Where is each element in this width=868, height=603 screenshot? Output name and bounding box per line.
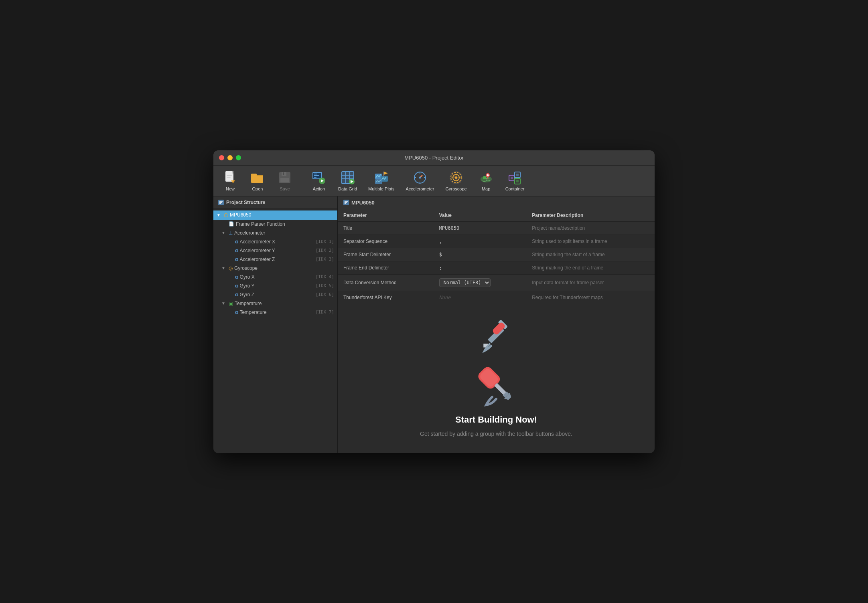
svg-rect-12 bbox=[280, 178, 289, 182]
conversion-select-wrapper: Normal (UTF8) Hex Base64 bbox=[439, 278, 491, 287]
screwdriver-tool-icon bbox=[472, 361, 520, 409]
param-cell: Data Conversion Method bbox=[338, 274, 434, 291]
action-button[interactable]: Action bbox=[306, 168, 332, 194]
alpha-icon: α bbox=[235, 292, 238, 297]
svg-rect-15 bbox=[314, 174, 317, 174]
accel-icon: ⊥ bbox=[229, 230, 233, 236]
cta-section: Start Building Now! Get started by addin… bbox=[338, 303, 655, 453]
table-row: Frame End Delimeter ; String marking the… bbox=[338, 261, 655, 274]
col-header-param: Parameter bbox=[338, 209, 434, 222]
new-button[interactable]: New bbox=[217, 168, 243, 194]
idx-badge: [IDX 3] bbox=[316, 257, 334, 262]
toolbar: New Open bbox=[213, 166, 655, 196]
param-cell: Frame End Delimeter bbox=[338, 261, 434, 274]
cta-subtitle: Get started by adding a group with the t… bbox=[420, 431, 572, 437]
idx-badge: [IDX 1] bbox=[316, 239, 334, 244]
svg-point-50 bbox=[483, 176, 486, 179]
minimize-button[interactable] bbox=[227, 155, 233, 160]
save-button[interactable]: Save bbox=[272, 168, 298, 194]
svg-rect-8 bbox=[251, 176, 263, 183]
tree-item-label: MPU6050 bbox=[230, 212, 251, 218]
desc-cell: String used to split items in a frame bbox=[526, 235, 655, 248]
idx-badge: [IDX 2] bbox=[316, 248, 334, 253]
chevron-down-icon: ▼ bbox=[221, 301, 227, 306]
tree-item-mpu6050[interactable]: ▼ ⬡ MPU6050 bbox=[213, 210, 337, 220]
open-button[interactable]: Open bbox=[245, 168, 270, 194]
param-cell: Thunderforest API Key bbox=[338, 291, 434, 303]
accelerometer-label: Accelerometer bbox=[406, 186, 434, 191]
save-icon bbox=[278, 170, 292, 185]
map-button[interactable]: Map bbox=[473, 168, 499, 194]
sidebar-header: Project Structure bbox=[213, 196, 337, 209]
tree-item-gyroscope[interactable]: ▼ ◎ Gyroscope bbox=[213, 264, 337, 273]
tree-item-accel-x[interactable]: α Accelerometer X [IDX 1] bbox=[213, 237, 337, 246]
close-button[interactable] bbox=[219, 155, 224, 160]
tree-item-label: Frame Parser Function bbox=[236, 221, 285, 227]
svg-rect-54 bbox=[516, 174, 519, 176]
data-grid-icon bbox=[341, 170, 355, 185]
data-grid-label: Data Grid bbox=[338, 186, 357, 191]
multiple-plots-icon bbox=[374, 170, 389, 185]
idx-badge: [IDX 5] bbox=[316, 283, 334, 288]
maximize-button[interactable] bbox=[236, 155, 241, 160]
window-title: MPU6050 - Project Editor bbox=[404, 155, 463, 161]
tree-item-label: Gyro Z bbox=[239, 292, 254, 297]
conversion-select[interactable]: Normal (UTF8) Hex Base64 bbox=[439, 278, 491, 287]
value-cell[interactable]: , bbox=[434, 235, 527, 248]
tree-item-accelerometer[interactable]: ▼ ⊥ Accelerometer bbox=[213, 229, 337, 237]
gyroscope-button[interactable]: Gyroscope bbox=[440, 168, 471, 194]
tree-item-gyro-y[interactable]: α Gyro Y [IDX 5] bbox=[213, 281, 337, 290]
map-label: Map bbox=[482, 186, 490, 191]
tree-item-accel-z[interactable]: α Accelerometer Z [IDX 3] bbox=[213, 255, 337, 264]
idx-badge: [IDX 7] bbox=[316, 310, 334, 315]
svg-rect-3 bbox=[227, 175, 232, 176]
content-title: MPU6050 bbox=[351, 200, 375, 206]
titlebar: MPU6050 - Project Editor bbox=[213, 150, 655, 166]
multiple-plots-button[interactable]: Multiple Plots bbox=[363, 168, 399, 194]
chevron-down-icon: ▼ bbox=[217, 213, 222, 217]
alpha-icon: α bbox=[235, 257, 238, 262]
structure-icon bbox=[218, 200, 224, 205]
tree-item-frame-parser[interactable]: 📄 Frame Parser Function bbox=[213, 220, 337, 229]
value-cell[interactable]: MPU6050 bbox=[434, 221, 527, 235]
param-cell: Frame Start Delimeter bbox=[338, 248, 434, 261]
new-label: New bbox=[226, 186, 235, 191]
alpha-icon: α bbox=[235, 274, 238, 280]
multiple-plots-label: Multiple Plots bbox=[368, 186, 394, 191]
desc-cell: Project name/description bbox=[526, 221, 655, 235]
accelerometer-button[interactable]: Accelerometer bbox=[401, 168, 439, 194]
accelerometer-icon bbox=[413, 170, 427, 185]
temp-icon: ▣ bbox=[229, 301, 233, 306]
params-table: Parameter Value Parameter Description Ti… bbox=[338, 209, 655, 303]
tree-item-label: Accelerometer X bbox=[239, 239, 275, 245]
table-row: Separator Sequence , String used to spli… bbox=[338, 235, 655, 248]
map-icon bbox=[479, 170, 493, 185]
tree-item-accel-y[interactable]: α Accelerometer Y [IDX 2] bbox=[213, 246, 337, 255]
alpha-icon: α bbox=[235, 248, 238, 253]
container-button[interactable]: Container bbox=[501, 168, 529, 194]
value-cell[interactable]: $ bbox=[434, 248, 527, 261]
tree-item-temperature-val[interactable]: α Temperature [IDX 7] bbox=[213, 308, 337, 317]
tree-item-label: Temperature bbox=[239, 310, 266, 315]
svg-marker-5 bbox=[231, 180, 235, 183]
alpha-icon: α bbox=[235, 310, 238, 315]
value-cell[interactable]: Normal (UTF8) Hex Base64 bbox=[434, 274, 527, 291]
table-row: Data Conversion Method Normal (UTF8) Hex… bbox=[338, 274, 655, 291]
svg-rect-56 bbox=[516, 180, 519, 182]
tree-item-gyro-z[interactable]: α Gyro Z [IDX 6] bbox=[213, 290, 337, 299]
desc-cell: Required for Thunderforest maps bbox=[526, 291, 655, 303]
file-icon: 📄 bbox=[229, 221, 234, 227]
open-label: Open bbox=[252, 186, 263, 191]
svg-point-39 bbox=[419, 176, 421, 178]
save-label: Save bbox=[280, 186, 290, 191]
gyro-icon: ◎ bbox=[229, 265, 233, 271]
tree-item-label: Gyro Y bbox=[239, 283, 254, 289]
idx-badge: [IDX 6] bbox=[316, 292, 334, 297]
tree-item-temperature[interactable]: ▼ ▣ Temperature bbox=[213, 299, 337, 308]
tree-item-gyro-x[interactable]: α Gyro X [IDX 4] bbox=[213, 273, 337, 281]
value-cell[interactable]: ; bbox=[434, 261, 527, 274]
value-cell[interactable]: None bbox=[434, 291, 527, 303]
tree-item-label: Accelerometer bbox=[234, 230, 265, 236]
data-grid-button[interactable]: Data Grid bbox=[333, 168, 362, 194]
table-row: Frame Start Delimeter $ String marking t… bbox=[338, 248, 655, 261]
